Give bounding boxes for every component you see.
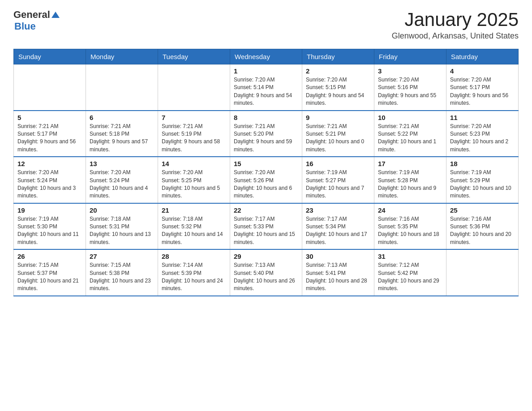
calendar-cell: 12Sunrise: 7:20 AMSunset: 5:24 PMDayligh…: [14, 157, 86, 203]
day-info: Sunrise: 7:12 AMSunset: 5:42 PMDaylight:…: [378, 261, 442, 293]
calendar-cell: 16Sunrise: 7:19 AMSunset: 5:27 PMDayligh…: [302, 157, 374, 203]
day-number: 16: [306, 160, 370, 167]
day-info: Sunrise: 7:20 AMSunset: 5:17 PMDaylight:…: [450, 76, 515, 107]
day-number: 2: [306, 67, 370, 75]
calendar-week-row-3: 19Sunrise: 7:19 AMSunset: 5:30 PMDayligh…: [14, 203, 519, 250]
day-number: 14: [162, 160, 226, 167]
header-thursday: Thursday: [302, 49, 374, 64]
day-number: 25: [450, 206, 515, 214]
day-number: 24: [378, 206, 442, 214]
day-info: Sunrise: 7:20 AMSunset: 5:23 PMDaylight:…: [450, 123, 515, 154]
day-info: Sunrise: 7:20 AMSunset: 5:14 PMDaylight:…: [234, 76, 298, 107]
day-number: 9: [306, 114, 370, 121]
day-number: 23: [306, 206, 370, 214]
calendar-cell: 1Sunrise: 7:20 AMSunset: 5:14 PMDaylight…: [230, 64, 302, 111]
calendar-cell: 27Sunrise: 7:15 AMSunset: 5:38 PMDayligh…: [86, 249, 158, 296]
title-block: January 2025 Glenwood, Arkansas, United …: [392, 9, 519, 41]
day-info: Sunrise: 7:21 AMSunset: 5:22 PMDaylight:…: [378, 123, 442, 154]
page-header: General Blue January 2025 Glenwood, Arka…: [13, 9, 519, 41]
day-info: Sunrise: 7:20 AMSunset: 5:24 PMDaylight:…: [90, 169, 154, 200]
day-number: 6: [90, 114, 154, 121]
day-info: Sunrise: 7:21 AMSunset: 5:19 PMDaylight:…: [162, 123, 226, 154]
header-saturday: Saturday: [446, 49, 519, 64]
day-info: Sunrise: 7:19 AMSunset: 5:28 PMDaylight:…: [378, 169, 442, 200]
day-number: 22: [234, 206, 298, 214]
day-info: Sunrise: 7:13 AMSunset: 5:40 PMDaylight:…: [234, 261, 298, 293]
calendar-cell: 31Sunrise: 7:12 AMSunset: 5:42 PMDayligh…: [374, 249, 446, 296]
day-info: Sunrise: 7:17 AMSunset: 5:33 PMDaylight:…: [234, 215, 298, 247]
day-number: 27: [90, 253, 154, 260]
calendar-week-row-1: 5Sunrise: 7:21 AMSunset: 5:17 PMDaylight…: [14, 111, 519, 157]
calendar-cell: 19Sunrise: 7:19 AMSunset: 5:30 PMDayligh…: [14, 203, 86, 250]
day-number: 30: [306, 253, 370, 260]
day-info: Sunrise: 7:13 AMSunset: 5:41 PMDaylight:…: [306, 261, 370, 293]
day-info: Sunrise: 7:20 AMSunset: 5:16 PMDaylight:…: [378, 76, 442, 107]
header-wednesday: Wednesday: [230, 49, 302, 64]
day-number: 12: [17, 160, 82, 167]
day-number: 13: [90, 160, 154, 167]
day-info: Sunrise: 7:19 AMSunset: 5:27 PMDaylight:…: [306, 169, 370, 200]
day-info: Sunrise: 7:16 AMSunset: 5:35 PMDaylight:…: [378, 215, 442, 247]
day-number: 5: [17, 114, 82, 121]
calendar-cell: 4Sunrise: 7:20 AMSunset: 5:17 PMDaylight…: [446, 64, 519, 111]
day-number: 3: [378, 67, 442, 75]
calendar-cell: 26Sunrise: 7:15 AMSunset: 5:37 PMDayligh…: [14, 249, 86, 296]
day-info: Sunrise: 7:17 AMSunset: 5:34 PMDaylight:…: [306, 215, 370, 247]
day-info: Sunrise: 7:21 AMSunset: 5:20 PMDaylight:…: [234, 123, 298, 154]
calendar-week-row-2: 12Sunrise: 7:20 AMSunset: 5:24 PMDayligh…: [14, 157, 519, 203]
calendar-cell: 23Sunrise: 7:17 AMSunset: 5:34 PMDayligh…: [302, 203, 374, 250]
calendar-cell: [14, 64, 86, 111]
day-info: Sunrise: 7:15 AMSunset: 5:38 PMDaylight:…: [90, 261, 154, 293]
calendar-cell: 14Sunrise: 7:20 AMSunset: 5:25 PMDayligh…: [158, 157, 230, 203]
day-info: Sunrise: 7:16 AMSunset: 5:36 PMDaylight:…: [450, 215, 515, 247]
day-number: 1: [234, 67, 298, 75]
day-info: Sunrise: 7:20 AMSunset: 5:15 PMDaylight:…: [306, 76, 370, 107]
calendar-cell: 10Sunrise: 7:21 AMSunset: 5:22 PMDayligh…: [374, 111, 446, 157]
calendar-cell: 5Sunrise: 7:21 AMSunset: 5:17 PMDaylight…: [14, 111, 86, 157]
header-friday: Friday: [374, 49, 446, 64]
header-sunday: Sunday: [14, 49, 86, 64]
day-number: 31: [378, 253, 442, 260]
calendar-cell: 15Sunrise: 7:20 AMSunset: 5:26 PMDayligh…: [230, 157, 302, 203]
calendar-cell: 18Sunrise: 7:19 AMSunset: 5:29 PMDayligh…: [446, 157, 519, 203]
calendar-cell: 13Sunrise: 7:20 AMSunset: 5:24 PMDayligh…: [86, 157, 158, 203]
subtitle: Glenwood, Arkansas, United States: [392, 31, 519, 41]
day-number: 15: [234, 160, 298, 167]
day-info: Sunrise: 7:19 AMSunset: 5:29 PMDaylight:…: [450, 169, 515, 200]
logo: General Blue: [13, 9, 60, 32]
calendar-cell: 21Sunrise: 7:18 AMSunset: 5:32 PMDayligh…: [158, 203, 230, 250]
day-info: Sunrise: 7:19 AMSunset: 5:30 PMDaylight:…: [17, 215, 82, 247]
page-title: January 2025: [392, 9, 519, 30]
day-number: 8: [234, 114, 298, 121]
calendar-cell: 28Sunrise: 7:14 AMSunset: 5:39 PMDayligh…: [158, 249, 230, 296]
day-info: Sunrise: 7:14 AMSunset: 5:39 PMDaylight:…: [162, 261, 226, 293]
day-number: 21: [162, 206, 226, 214]
calendar-cell: 24Sunrise: 7:16 AMSunset: 5:35 PMDayligh…: [374, 203, 446, 250]
calendar-cell: 22Sunrise: 7:17 AMSunset: 5:33 PMDayligh…: [230, 203, 302, 250]
calendar-cell: 17Sunrise: 7:19 AMSunset: 5:28 PMDayligh…: [374, 157, 446, 203]
day-number: 10: [378, 114, 442, 121]
calendar-cell: 7Sunrise: 7:21 AMSunset: 5:19 PMDaylight…: [158, 111, 230, 157]
day-number: 18: [450, 160, 515, 167]
calendar-cell: 30Sunrise: 7:13 AMSunset: 5:41 PMDayligh…: [302, 249, 374, 296]
logo-text-general: General: [13, 9, 50, 21]
day-info: Sunrise: 7:21 AMSunset: 5:17 PMDaylight:…: [17, 123, 82, 154]
day-info: Sunrise: 7:18 AMSunset: 5:32 PMDaylight:…: [162, 215, 226, 247]
calendar-cell: [86, 64, 158, 111]
day-number: 4: [450, 67, 515, 75]
day-number: 28: [162, 253, 226, 260]
day-number: 11: [450, 114, 515, 121]
day-number: 19: [17, 206, 82, 214]
calendar-cell: 20Sunrise: 7:18 AMSunset: 5:31 PMDayligh…: [86, 203, 158, 250]
calendar-header-row: Sunday Monday Tuesday Wednesday Thursday…: [14, 49, 519, 64]
day-number: 17: [378, 160, 442, 167]
calendar-week-row-4: 26Sunrise: 7:15 AMSunset: 5:37 PMDayligh…: [14, 249, 519, 296]
header-tuesday: Tuesday: [158, 49, 230, 64]
calendar-cell: [446, 249, 519, 296]
calendar-table: Sunday Monday Tuesday Wednesday Thursday…: [13, 49, 519, 296]
calendar-cell: 2Sunrise: 7:20 AMSunset: 5:15 PMDaylight…: [302, 64, 374, 111]
day-info: Sunrise: 7:15 AMSunset: 5:37 PMDaylight:…: [17, 261, 82, 293]
day-info: Sunrise: 7:20 AMSunset: 5:26 PMDaylight:…: [234, 169, 298, 200]
day-info: Sunrise: 7:20 AMSunset: 5:24 PMDaylight:…: [17, 169, 82, 200]
calendar-cell: 8Sunrise: 7:21 AMSunset: 5:20 PMDaylight…: [230, 111, 302, 157]
